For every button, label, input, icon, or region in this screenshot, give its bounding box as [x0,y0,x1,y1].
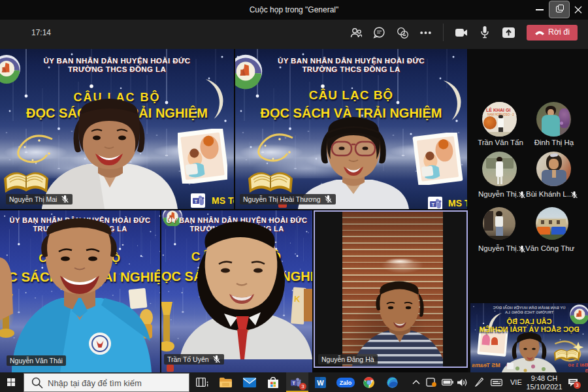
svg-text:Zalo: Zalo [340,380,352,386]
svg-text:T: T [293,381,296,385]
svg-text:W: W [317,379,324,387]
